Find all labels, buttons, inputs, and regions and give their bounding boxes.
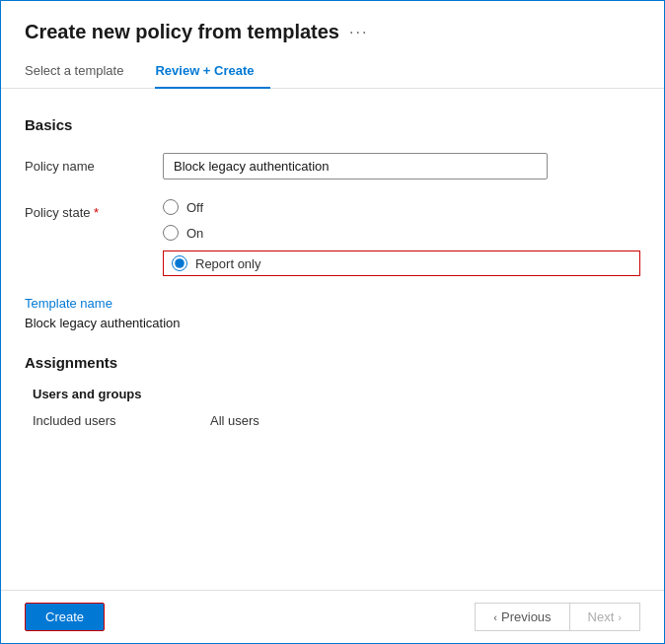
tabs-row: Select a template Review + Create bbox=[1, 53, 664, 89]
prev-chevron-icon: ‹ bbox=[493, 611, 497, 623]
radio-on-input[interactable] bbox=[163, 225, 179, 241]
policy-state-label: Policy state * bbox=[25, 199, 163, 220]
tab-select-template[interactable]: Select a template bbox=[25, 53, 139, 88]
policy-state-radio-group: Off On Report only bbox=[163, 199, 640, 276]
users-groups-title: Users and groups bbox=[33, 387, 640, 401]
template-name-link[interactable]: Template name bbox=[25, 296, 640, 311]
window-header: Create new policy from templates ··· bbox=[1, 1, 664, 53]
template-info: Template name Block legacy authenticatio… bbox=[25, 296, 640, 330]
basics-section-title: Basics bbox=[25, 116, 640, 133]
policy-state-control: Off On Report only bbox=[163, 199, 640, 276]
policy-name-control bbox=[163, 153, 640, 179]
nav-buttons: ‹ Previous Next › bbox=[475, 603, 640, 631]
radio-off-input[interactable] bbox=[163, 199, 179, 215]
page-title: Create new policy from templates bbox=[25, 21, 339, 43]
next-button[interactable]: Next › bbox=[569, 603, 640, 631]
policy-name-input[interactable] bbox=[163, 153, 548, 179]
included-users-label: Included users bbox=[33, 413, 171, 428]
report-only-wrapper: Report only bbox=[163, 250, 640, 276]
tab-review-create[interactable]: Review + Create bbox=[155, 53, 269, 88]
users-groups-section: Users and groups Included users All user… bbox=[25, 387, 640, 428]
policy-state-row: Policy state * Off On bbox=[25, 199, 640, 276]
radio-report-only-input[interactable] bbox=[172, 255, 187, 271]
radio-on[interactable]: On bbox=[163, 225, 640, 241]
radio-report-only[interactable]: Report only bbox=[172, 255, 260, 271]
assignments-title: Assignments bbox=[25, 354, 640, 371]
next-chevron-icon: › bbox=[618, 611, 622, 623]
main-content: Basics Policy name Policy state * Off bbox=[1, 89, 664, 590]
main-window: Create new policy from templates ··· Sel… bbox=[0, 0, 665, 644]
policy-name-label: Policy name bbox=[25, 153, 163, 174]
previous-button[interactable]: ‹ Previous bbox=[475, 603, 568, 631]
policy-name-row: Policy name bbox=[25, 153, 640, 179]
included-users-row: Included users All users bbox=[33, 413, 640, 428]
assignments-section: Assignments Users and groups Included us… bbox=[25, 354, 640, 428]
template-name-value: Block legacy authentication bbox=[25, 316, 181, 330]
create-button[interactable]: Create bbox=[25, 603, 105, 631]
included-users-value: All users bbox=[210, 413, 259, 428]
radio-off[interactable]: Off bbox=[163, 199, 640, 215]
ellipsis-icon[interactable]: ··· bbox=[349, 24, 368, 41]
required-marker: * bbox=[94, 205, 99, 220]
footer: Create ‹ Previous Next › bbox=[1, 590, 664, 643]
